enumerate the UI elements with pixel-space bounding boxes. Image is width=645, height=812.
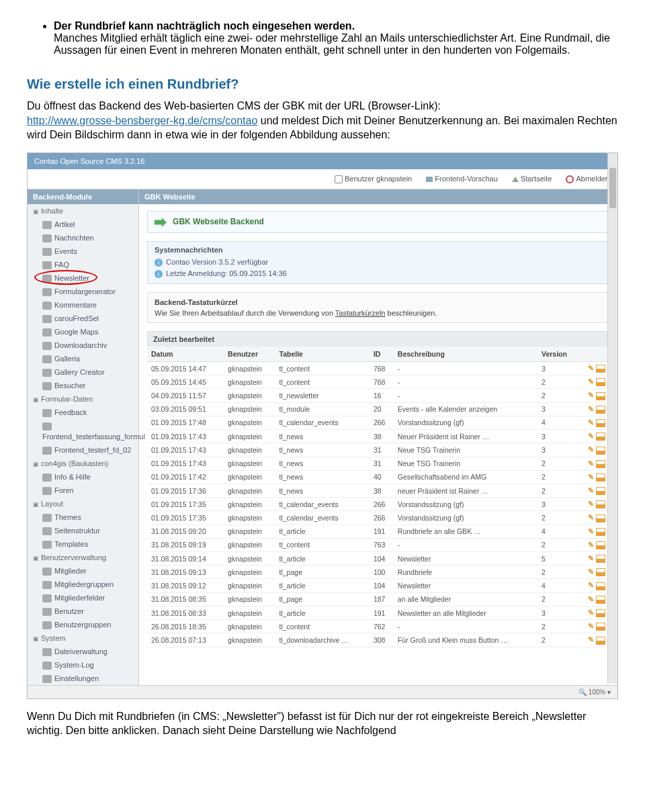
view-icon[interactable] bbox=[596, 637, 605, 645]
main-header: GBK Webseite bbox=[139, 189, 617, 204]
sidebar-item[interactable]: Frontend_testerfassung_formul bbox=[28, 419, 138, 443]
view-icon[interactable] bbox=[596, 460, 605, 468]
view-icon[interactable] bbox=[596, 473, 605, 482]
view-icon[interactable] bbox=[596, 596, 605, 604]
view-icon[interactable] bbox=[596, 500, 605, 508]
sidebar-item[interactable]: Galleria bbox=[28, 352, 138, 365]
sidebar-item[interactable]: System-Log bbox=[28, 658, 138, 672]
sidebar-header: Backend-Module bbox=[28, 189, 138, 204]
view-icon[interactable] bbox=[596, 378, 605, 386]
sidebar-item[interactable]: Gallery Creator bbox=[28, 365, 138, 379]
edit-icon[interactable]: ✎ bbox=[588, 568, 594, 576]
sidebar-item[interactable]: Formulargenerator bbox=[28, 285, 138, 298]
view-icon[interactable] bbox=[596, 392, 605, 400]
edit-icon[interactable]: ✎ bbox=[588, 418, 594, 426]
edit-icon[interactable]: ✎ bbox=[588, 364, 594, 372]
sidebar-group[interactable]: ▣Formular-Daten bbox=[28, 392, 138, 406]
cms-link[interactable]: http://www.grosse-bensberger-kg.de/cms/c… bbox=[27, 115, 257, 126]
sidebar-group[interactable]: ▣Benutzerverwaltung bbox=[28, 551, 138, 564]
recent-edits-table: DatumBenutzerTabelleIDBeschreibungVersio… bbox=[147, 347, 609, 647]
sidebar-group[interactable]: ▣System bbox=[28, 631, 138, 645]
main-panel: GBK Webseite GBK Webseite Backend System… bbox=[139, 189, 617, 685]
view-icon[interactable] bbox=[596, 433, 605, 441]
table-row: 31.08.2015 08:33gknapsteintl_article191N… bbox=[147, 606, 609, 619]
edit-icon[interactable]: ✎ bbox=[588, 459, 594, 467]
sidebar-group[interactable]: ▣con4gis (Baukasten) bbox=[28, 457, 138, 470]
sidebar-item[interactable]: carouFredSel bbox=[28, 312, 138, 325]
edit-icon[interactable]: ✎ bbox=[588, 513, 594, 521]
sidebar-item[interactable]: Downloadarchiv bbox=[28, 339, 138, 352]
sidebar-item[interactable]: Artikel bbox=[28, 218, 138, 231]
view-icon[interactable] bbox=[596, 623, 605, 631]
view-icon[interactable] bbox=[596, 514, 605, 523]
view-icon[interactable] bbox=[596, 406, 605, 414]
sidebar-item[interactable]: Benutzergruppen bbox=[28, 618, 138, 631]
sidebar-item[interactable]: Frontend_testerf_fd_02 bbox=[28, 443, 138, 457]
sidebar-item[interactable]: Kommentare bbox=[28, 298, 138, 312]
frontend-preview-link[interactable]: Frontend-Vorschau bbox=[426, 175, 498, 183]
edit-icon[interactable]: ✎ bbox=[588, 622, 594, 630]
view-icon[interactable] bbox=[596, 447, 605, 455]
edit-icon[interactable]: ✎ bbox=[588, 432, 594, 440]
sidebar-item[interactable]: Feedback bbox=[28, 406, 138, 419]
module-icon bbox=[42, 581, 52, 589]
edit-icon[interactable]: ✎ bbox=[588, 554, 594, 562]
view-icon[interactable] bbox=[596, 568, 605, 576]
view-icon[interactable] bbox=[596, 487, 605, 495]
view-icon[interactable] bbox=[596, 555, 605, 563]
sidebar-item[interactable]: Dateiverwaltung bbox=[28, 645, 138, 658]
column-header: Datum bbox=[147, 347, 224, 362]
view-icon[interactable] bbox=[596, 365, 605, 373]
sidebar-group[interactable]: ▣Layout bbox=[28, 497, 138, 510]
sidebar-item[interactable]: Mitgliedergruppen bbox=[28, 578, 138, 591]
sidebar-item[interactable]: Seitenstruktur bbox=[28, 524, 138, 537]
module-icon bbox=[42, 422, 52, 431]
shortcuts-link[interactable]: Tastaturkürzeln bbox=[335, 309, 386, 317]
edit-icon[interactable]: ✎ bbox=[588, 608, 594, 617]
sidebar-group[interactable]: ▣Inhalte bbox=[28, 204, 138, 218]
sidebar-item[interactable]: Mitglieder bbox=[28, 564, 138, 578]
sidebar-item[interactable]: Mitgliederfelder bbox=[28, 591, 138, 604]
edit-icon[interactable]: ✎ bbox=[588, 581, 594, 589]
view-icon[interactable] bbox=[596, 609, 605, 617]
table-row: 31.08.2015 09:12gknapsteintl_article104N… bbox=[147, 579, 609, 592]
edit-icon[interactable]: ✎ bbox=[588, 541, 594, 549]
sidebar-item[interactable]: Nachrichten bbox=[28, 231, 138, 244]
view-icon[interactable] bbox=[596, 582, 605, 590]
edit-icon[interactable]: ✎ bbox=[588, 635, 594, 643]
edit-icon[interactable]: ✎ bbox=[588, 527, 594, 535]
sidebar-item[interactable]: Themes bbox=[28, 510, 138, 524]
edit-icon[interactable]: ✎ bbox=[588, 595, 594, 603]
sidebar-item[interactable]: Templates bbox=[28, 537, 138, 551]
sidebar-item[interactable]: Benutzer bbox=[28, 604, 138, 618]
zoom-indicator[interactable]: 🔍 100% ▾ bbox=[28, 685, 617, 698]
sidebar-item[interactable]: Newsletter bbox=[28, 271, 138, 285]
home-link[interactable]: Startseite bbox=[512, 175, 552, 183]
view-icon[interactable] bbox=[596, 419, 605, 427]
sidebar-item[interactable]: Info & Hilfe bbox=[28, 470, 138, 484]
arrow-icon bbox=[155, 218, 167, 227]
view-icon[interactable] bbox=[596, 528, 605, 536]
edit-icon[interactable]: ✎ bbox=[588, 391, 594, 399]
edit-icon[interactable]: ✎ bbox=[588, 377, 594, 386]
user-label[interactable]: Benutzer gknapstein bbox=[335, 175, 412, 183]
sidebar-item[interactable]: FAQ bbox=[28, 258, 138, 271]
edit-icon[interactable]: ✎ bbox=[588, 473, 594, 481]
user-bar: Benutzer gknapstein Frontend-Vorschau St… bbox=[28, 169, 617, 189]
edit-icon[interactable]: ✎ bbox=[588, 445, 594, 453]
sidebar-item[interactable]: Einstellungen bbox=[28, 672, 138, 685]
module-icon bbox=[42, 328, 52, 336]
module-icon bbox=[42, 608, 52, 616]
sidebar-item[interactable]: Besucher bbox=[28, 379, 138, 392]
sidebar-item[interactable]: Foren bbox=[28, 484, 138, 497]
sidebar-item[interactable]: Google Maps bbox=[28, 325, 138, 339]
edit-icon[interactable]: ✎ bbox=[588, 405, 594, 413]
edit-icon[interactable]: ✎ bbox=[588, 486, 594, 494]
edit-icon[interactable]: ✎ bbox=[588, 500, 594, 508]
module-icon bbox=[42, 261, 52, 269]
scrollbar[interactable] bbox=[607, 153, 617, 684]
bullet-bold: Der Rundbrief kann nachträglich noch ein… bbox=[54, 20, 355, 32]
view-icon[interactable] bbox=[596, 541, 605, 549]
logout-link[interactable]: Abmelden bbox=[566, 175, 609, 183]
sidebar-item[interactable]: Events bbox=[28, 244, 138, 258]
